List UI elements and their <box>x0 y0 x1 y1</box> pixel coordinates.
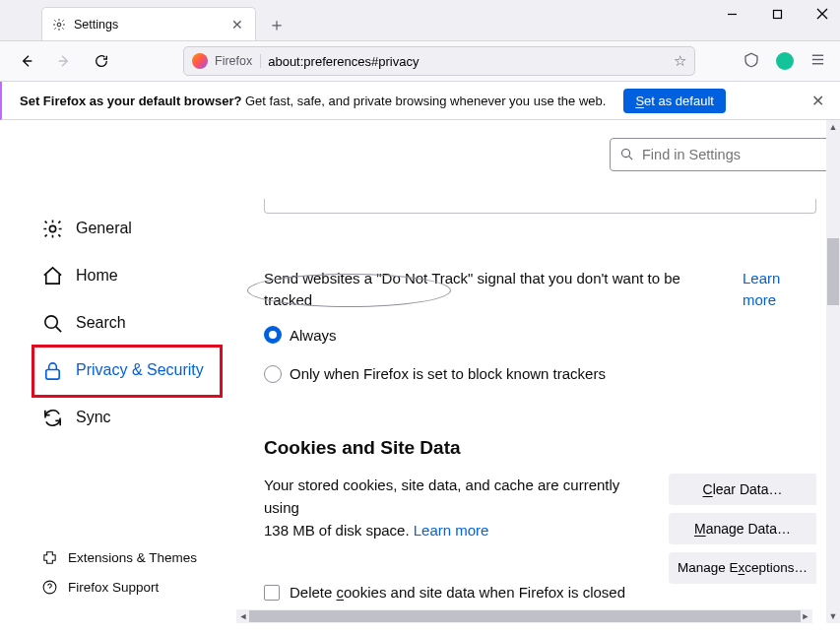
sidebar-item-sync[interactable]: Sync <box>41 400 236 435</box>
cookies-heading: Cookies and Site Data <box>264 434 816 462</box>
truncated-section-above <box>264 199 816 214</box>
radio-unchecked-icon <box>264 365 282 383</box>
svg-point-8 <box>49 225 55 231</box>
app-menu-button[interactable] <box>809 51 826 71</box>
url-bar[interactable]: Firefox ☆ <box>183 46 695 76</box>
radio-label: Always <box>290 325 337 347</box>
gear-icon <box>41 218 64 240</box>
delete-on-close-label: Delete cookies and site data when Firefo… <box>290 581 625 603</box>
grammarly-icon[interactable] <box>776 52 794 70</box>
search-icon <box>619 147 634 161</box>
svg-point-0 <box>57 23 61 27</box>
forward-button[interactable] <box>51 48 77 74</box>
manage-data-button[interactable]: Manage Data… <box>669 513 816 544</box>
close-tab-icon[interactable]: ✕ <box>229 17 245 32</box>
cookies-learn-more-link[interactable]: Learn more <box>414 522 489 539</box>
settings-search[interactable] <box>610 138 826 171</box>
cookies-usage-line1: Your stored cookies, site data, and cach… <box>264 476 619 516</box>
link-label: Extensions & Themes <box>68 550 197 565</box>
radio-label: Only when Firefox is set to block known … <box>290 363 606 385</box>
sidebar-item-label: General <box>76 220 132 237</box>
svg-line-14 <box>629 157 632 159</box>
horizontal-scrollbar[interactable]: ◄ ► <box>236 609 812 623</box>
dnt-learn-more-link[interactable]: Learn more <box>743 268 816 311</box>
scroll-thumb[interactable] <box>827 238 839 305</box>
svg-point-13 <box>622 150 630 158</box>
maximize-button[interactable] <box>765 8 789 23</box>
scroll-thumb[interactable] <box>249 610 801 622</box>
dnt-option-always[interactable]: Always <box>264 321 816 350</box>
scroll-down-arrow[interactable]: ▼ <box>826 609 840 623</box>
cookies-usage-line2: 138 MB of disk space. <box>264 522 414 539</box>
default-browser-banner: Set Firefox as your default browser? Get… <box>0 82 840 120</box>
banner-text: Set Firefox as your default browser? Get… <box>20 94 606 108</box>
new-tab-button[interactable]: ＋ <box>262 11 291 40</box>
tab-title: Settings <box>74 18 222 32</box>
svg-rect-2 <box>773 11 781 19</box>
scroll-right-arrow[interactable]: ► <box>799 609 812 623</box>
checkbox-unchecked-icon[interactable] <box>264 585 280 601</box>
sidebar-item-privacy[interactable]: Privacy & Security <box>41 352 236 388</box>
settings-search-input[interactable] <box>610 138 826 171</box>
svg-rect-11 <box>46 369 59 379</box>
minimize-button[interactable] <box>720 8 743 23</box>
help-icon <box>41 579 58 596</box>
scroll-up-arrow[interactable]: ▲ <box>826 120 840 134</box>
gear-icon <box>52 18 66 32</box>
sidebar-item-label: Search <box>76 314 126 332</box>
radio-checked-icon <box>264 326 282 344</box>
reload-button[interactable] <box>89 48 114 74</box>
sync-icon <box>41 407 64 429</box>
lock-icon <box>41 359 64 382</box>
clear-data-button[interactable]: Clear Data… <box>669 474 816 505</box>
extensions-themes-link[interactable]: Extensions & Themes <box>41 542 197 572</box>
sidebar-item-general[interactable]: General <box>41 211 236 246</box>
svg-point-9 <box>45 315 57 327</box>
search-icon <box>41 312 64 335</box>
browser-tab[interactable]: Settings ✕ <box>41 7 256 40</box>
back-button[interactable] <box>14 48 39 74</box>
bookmark-star-icon[interactable]: ☆ <box>674 52 686 70</box>
manage-exceptions-button[interactable]: Manage Exceptions… <box>669 552 816 584</box>
vertical-scrollbar[interactable]: ▲ ▼ <box>826 120 840 623</box>
sidebar-item-label: Sync <box>76 409 111 426</box>
sidebar-item-search[interactable]: Search <box>41 305 236 341</box>
dnt-description: Send websites a "Do Not Track" signal th… <box>264 268 723 311</box>
dnt-option-only-blocking[interactable]: Only when Firefox is set to block known … <box>264 359 816 389</box>
set-default-button[interactable]: Set as default <box>623 89 726 113</box>
sidebar-item-label: Home <box>76 267 118 285</box>
firefox-logo-icon <box>192 53 208 69</box>
brand-label: Firefox <box>215 54 261 68</box>
home-icon <box>41 265 64 287</box>
banner-close-icon[interactable]: ✕ <box>811 92 824 110</box>
link-label: Firefox Support <box>68 580 159 595</box>
firefox-support-link[interactable]: Firefox Support <box>41 572 197 602</box>
close-window-button[interactable] <box>810 8 834 23</box>
sidebar-item-label: Privacy & Security <box>76 361 204 379</box>
sidebar-item-home[interactable]: Home <box>41 258 236 293</box>
address-input[interactable] <box>268 54 667 69</box>
pocket-icon[interactable] <box>743 51 760 72</box>
svg-line-10 <box>56 326 61 331</box>
puzzle-icon <box>41 549 58 566</box>
scroll-left-arrow[interactable]: ◄ <box>236 609 250 623</box>
